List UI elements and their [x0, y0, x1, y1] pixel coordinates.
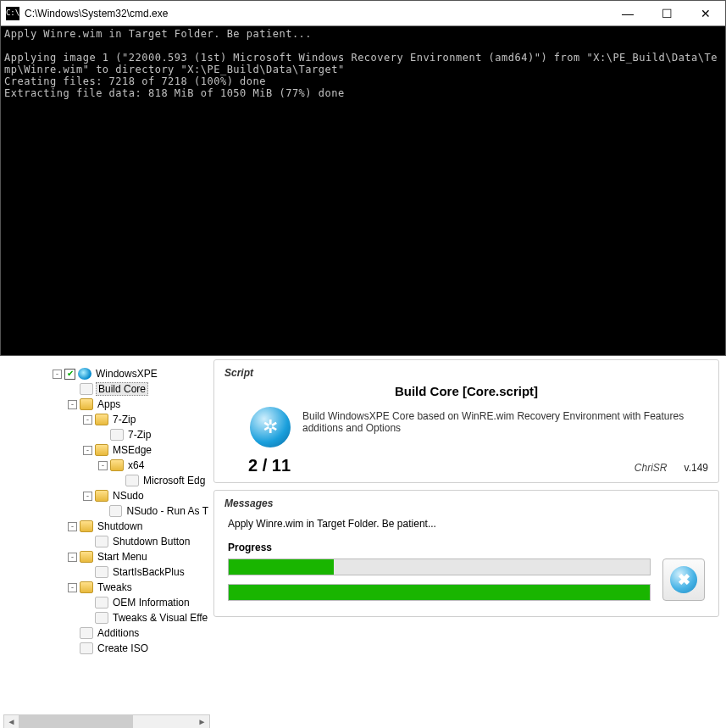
progress-bar-total	[228, 584, 651, 601]
folder-icon	[95, 414, 108, 425]
progress-fill-step	[229, 559, 334, 575]
tree-item-label: OEM Information	[111, 597, 191, 609]
tree-item[interactable]: -Apps	[3, 397, 210, 412]
tree-item[interactable]: -✔WindowsXPE	[3, 366, 210, 381]
tree-panel: -✔WindowsXPEBuild Core-Apps-7-Zip7-Zip-M…	[0, 359, 210, 728]
script-title: Build Core [Core.script]	[224, 384, 708, 398]
expand-toggle[interactable]: -	[68, 400, 77, 409]
stop-button[interactable]: ✖	[662, 559, 705, 601]
tree-item-label: Create ISO	[96, 642, 150, 654]
expand-toggle[interactable]: -	[83, 446, 92, 455]
folder-icon	[80, 581, 93, 593]
tree-item-label: Start Menu	[96, 551, 149, 563]
maximize-button[interactable]: ☐	[647, 1, 686, 25]
tree-item[interactable]: Additions	[3, 625, 210, 641]
expand-toggle[interactable]: -	[68, 522, 77, 531]
expand-toggle[interactable]: -	[98, 461, 108, 470]
file-icon	[110, 429, 124, 441]
folder-icon	[80, 520, 93, 532]
tree-item[interactable]: OEM Information	[3, 595, 210, 610]
tree-item[interactable]: -Start Menu	[3, 549, 210, 564]
tree-item-label: Additions	[96, 627, 141, 639]
tree-item-label: Apps	[96, 398, 122, 410]
folder-icon	[80, 551, 93, 563]
folder-icon	[95, 444, 108, 456]
cmd-output[interactable]: Apply Winre.wim in Target Folder. Be pat…	[1, 26, 725, 355]
scroll-thumb[interactable]	[19, 715, 133, 728]
scroll-track[interactable]	[19, 715, 195, 728]
expand-toggle[interactable]: -	[53, 370, 62, 379]
messages-section-label: Messages	[224, 497, 708, 509]
scroll-left-icon[interactable]: ◄	[4, 715, 19, 728]
expand-toggle[interactable]: -	[68, 553, 77, 562]
file-icon	[80, 383, 93, 395]
tree-item[interactable]: -NSudo	[3, 488, 210, 503]
tree-item[interactable]: -MSEdge	[3, 442, 210, 458]
tree-item-label: StartIsBackPlus	[111, 566, 186, 578]
script-version: v.149	[684, 462, 708, 474]
tree-item[interactable]: -x64	[3, 458, 210, 473]
tree-item-label: MSEdge	[111, 444, 153, 456]
tree-hscrollbar[interactable]: ◄ ►	[3, 714, 210, 728]
tree-item-label: Tweaks	[96, 581, 134, 593]
builder-app: -✔WindowsXPEBuild Core-Apps-7-Zip7-Zip-M…	[0, 356, 726, 728]
cmd-title: C:\Windows\System32\cmd.exe	[25, 8, 608, 19]
script-counter: 2 / 11	[248, 456, 291, 475]
tree-item-label: Shutdown	[96, 520, 144, 532]
file-icon	[95, 597, 108, 609]
tree-item-label: Build Core	[96, 382, 148, 396]
tree-item[interactable]: -Tweaks	[3, 580, 210, 595]
progress-fill-total	[229, 585, 650, 600]
script-section-label: Script	[224, 367, 708, 379]
tree-item-label: 7-Zip	[126, 429, 152, 441]
tree-item[interactable]: StartIsBackPlus	[3, 564, 210, 580]
main-panel: Script Build Core [Core.script] ✲ Build …	[210, 359, 726, 728]
expand-toggle[interactable]: -	[68, 583, 77, 592]
tree-item[interactable]: Microsoft Edg	[3, 473, 210, 488]
tree-item[interactable]: NSudo - Run As T	[3, 503, 210, 519]
stop-icon: ✖	[670, 566, 697, 593]
tree-item[interactable]: -Shutdown	[3, 519, 210, 534]
gear-icon: ✲	[250, 407, 291, 447]
file-icon	[95, 536, 108, 547]
tree-item-label: NSudo - Run As T	[125, 505, 210, 517]
file-icon	[95, 566, 108, 578]
folder-icon	[110, 459, 124, 471]
script-description: Build WindowsXPE Core based on WinRE.wim…	[302, 407, 708, 434]
script-panel: Script Build Core [Core.script] ✲ Build …	[213, 359, 719, 483]
tree-item[interactable]: Build Core	[3, 381, 210, 397]
cmd-icon: C:\	[6, 7, 19, 20]
cmd-window: C:\ C:\Windows\System32\cmd.exe — ☐ ✕ Ap…	[0, 0, 726, 356]
progress-bar-step	[228, 559, 651, 575]
project-tree[interactable]: -✔WindowsXPEBuild Core-Apps-7-Zip7-Zip-M…	[3, 363, 210, 714]
tree-item-label: WindowsXPE	[94, 368, 159, 380]
tree-item[interactable]: 7-Zip	[3, 427, 210, 442]
close-button[interactable]: ✕	[686, 1, 725, 25]
expand-toggle[interactable]: -	[83, 415, 92, 425]
tree-item[interactable]: Shutdown Button	[3, 534, 210, 549]
message-text: Apply Winre.wim in Target Folder. Be pat…	[228, 518, 705, 530]
tree-item[interactable]: Tweaks & Visual Effe	[3, 610, 210, 625]
script-author: ChriSR	[635, 462, 668, 474]
tree-item-label: Tweaks & Visual Effe	[111, 612, 209, 624]
cmd-titlebar[interactable]: C:\ C:\Windows\System32\cmd.exe — ☐ ✕	[1, 1, 725, 26]
tree-item[interactable]: -7-Zip	[3, 412, 210, 427]
file-icon	[109, 505, 123, 517]
folder-icon	[80, 398, 93, 410]
tree-item[interactable]: Create ISO	[3, 641, 210, 656]
file-icon	[80, 627, 93, 639]
tree-checkbox[interactable]: ✔	[64, 369, 75, 380]
expand-toggle[interactable]: -	[83, 492, 92, 501]
tree-item-label: Shutdown Button	[111, 536, 191, 547]
globe-icon	[78, 368, 91, 380]
scroll-right-icon[interactable]: ►	[195, 715, 209, 728]
tree-item-label: x64	[126, 459, 146, 471]
progress-label: Progress	[228, 542, 705, 553]
tree-item-label: NSudo	[111, 490, 146, 502]
minimize-button[interactable]: —	[608, 1, 647, 25]
file-icon	[80, 642, 93, 654]
tree-item-label: 7-Zip	[111, 414, 137, 425]
folder-icon	[95, 490, 108, 502]
tree-item-label: Microsoft Edg	[141, 475, 207, 486]
file-icon	[95, 612, 108, 624]
